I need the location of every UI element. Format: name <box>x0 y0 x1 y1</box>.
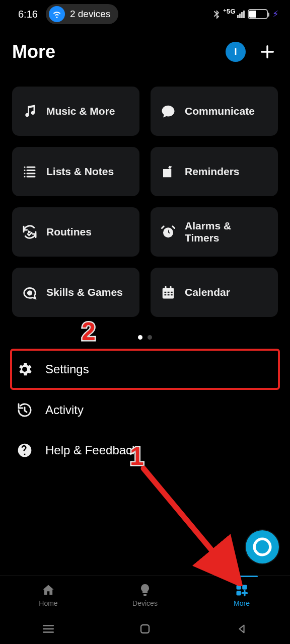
svg-point-5 <box>254 539 270 555</box>
skills-icon <box>21 285 38 300</box>
android-home-button[interactable] <box>135 619 155 639</box>
tab-label: Home <box>39 599 57 607</box>
row-label: Activity <box>45 403 84 417</box>
list-icon <box>21 164 38 179</box>
page-indicator <box>0 320 290 349</box>
row-settings[interactable]: Settings <box>10 349 280 390</box>
svg-rect-3 <box>163 288 174 298</box>
android-recents-button[interactable] <box>38 619 58 639</box>
card-label: Skills & Games <box>46 286 123 298</box>
tab-home[interactable]: Home <box>0 576 97 614</box>
status-bar: 6:16 2 devices ⁺5G 38 ⚡︎ <box>0 0 290 28</box>
svg-point-2 <box>29 292 31 294</box>
card-routines[interactable]: Routines <box>12 207 139 257</box>
card-lists-and-notes[interactable]: Lists & Notes <box>12 147 139 196</box>
android-nav-bar <box>0 614 290 644</box>
wifi-icon <box>49 6 65 22</box>
calendar-icon <box>160 285 177 300</box>
add-button[interactable] <box>259 43 276 60</box>
card-label: Reminders <box>185 166 240 178</box>
tab-more[interactable]: More <box>193 576 290 614</box>
signal-icon: ⁺5G <box>223 11 245 18</box>
card-music-and-more[interactable]: Music & More <box>12 87 139 136</box>
devices-label: 2 devices <box>70 9 110 20</box>
card-label: Alarms & Timers <box>185 220 231 244</box>
card-alarms-and-timers[interactable]: Alarms & Timers <box>151 207 278 257</box>
help-icon <box>16 442 33 458</box>
profile-avatar[interactable]: I <box>226 42 246 62</box>
chat-bubble-icon <box>160 104 177 119</box>
svg-rect-7 <box>242 585 247 589</box>
row-help-and-feedback[interactable]: Help & Feedback <box>10 430 280 470</box>
annotation-arrow <box>133 465 249 586</box>
tab-bar: Home Devices More <box>0 576 290 614</box>
row-label: Help & Feedback <box>45 443 138 457</box>
android-back-button[interactable] <box>232 619 252 639</box>
battery-icon: 38 <box>248 9 268 19</box>
gear-icon <box>16 361 33 378</box>
annotation-step-2: 2 <box>82 317 96 346</box>
tab-devices[interactable]: Devices <box>97 576 193 614</box>
svg-rect-8 <box>237 591 241 595</box>
menu-grid: Music & More Communicate Lists & Notes R… <box>0 75 290 320</box>
history-icon <box>16 402 33 418</box>
card-skills-and-games[interactable]: Skills & Games <box>12 268 139 317</box>
svg-rect-9 <box>141 625 149 633</box>
devices-pill[interactable]: 2 devices <box>46 4 118 24</box>
annotation-step-1: 1 <box>130 442 144 471</box>
clock: 6:16 <box>18 9 38 20</box>
card-label: Communicate <box>185 105 255 117</box>
card-label: Calendar <box>185 286 230 298</box>
svg-rect-6 <box>237 585 241 589</box>
more-grid-icon <box>235 583 249 597</box>
tab-label: More <box>234 599 250 607</box>
header: More I <box>0 28 290 75</box>
charging-icon: ⚡︎ <box>272 9 279 20</box>
reminder-icon <box>160 164 177 179</box>
home-icon <box>41 583 55 597</box>
card-label: Routines <box>46 226 92 238</box>
card-communicate[interactable]: Communicate <box>151 87 278 136</box>
card-label: Music & More <box>46 105 115 117</box>
card-calendar[interactable]: Calendar <box>151 268 278 317</box>
bluetooth-icon <box>213 9 220 19</box>
alarm-icon <box>160 224 177 239</box>
row-label: Settings <box>45 362 89 376</box>
routines-icon <box>21 224 38 240</box>
bulb-icon <box>139 583 151 597</box>
music-icon <box>21 104 38 119</box>
page-title: More <box>12 41 55 62</box>
page-dot-1[interactable] <box>138 335 142 340</box>
row-activity[interactable]: Activity <box>10 390 280 430</box>
card-label: Lists & Notes <box>46 166 114 178</box>
tab-label: Devices <box>132 599 158 607</box>
page-dot-2[interactable] <box>148 335 152 340</box>
alexa-voice-button[interactable] <box>246 530 279 564</box>
card-reminders[interactable]: Reminders <box>151 147 278 196</box>
